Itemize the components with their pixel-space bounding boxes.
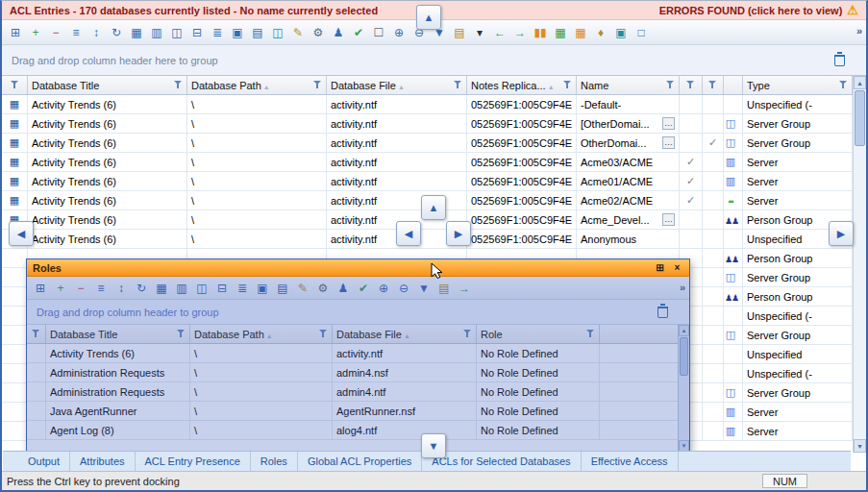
lock-icon[interactable]: ▣ bbox=[611, 23, 631, 42]
add-list-icon[interactable]: ≡ bbox=[91, 279, 111, 298]
refresh-icon[interactable]: ↻ bbox=[132, 279, 151, 298]
column-header-database-path[interactable]: Database Path bbox=[190, 325, 333, 343]
maximize-icon[interactable]: ⊞ bbox=[654, 261, 666, 274]
monitor-icon[interactable]: □ bbox=[632, 23, 651, 42]
filter-icon[interactable] bbox=[454, 81, 462, 89]
table-row[interactable]: Java AgentRunner \ AgentRunner.nsf No Ro… bbox=[27, 402, 689, 421]
check-all-icon[interactable]: ✔ bbox=[354, 279, 373, 298]
close-icon[interactable]: × bbox=[671, 261, 683, 274]
table-row[interactable]: ▦ Activity Trends (6) \ activity.ntf 052… bbox=[2, 153, 853, 172]
scroll-up-button[interactable]: ▲ bbox=[679, 325, 689, 336]
column-header-check2[interactable] bbox=[703, 76, 724, 94]
copy-icon[interactable]: ▣ bbox=[228, 23, 247, 42]
filter-icon[interactable] bbox=[463, 330, 472, 338]
filter-icon[interactable] bbox=[319, 330, 328, 338]
column-header-database-path[interactable]: Database Path bbox=[187, 76, 327, 94]
grid-green-icon[interactable]: ▦ bbox=[551, 23, 570, 42]
bottom-tab[interactable]: Attributes bbox=[70, 452, 135, 471]
renumber-icon[interactable]: ↕ bbox=[87, 23, 106, 42]
clipboard-icon[interactable]: ▤ bbox=[450, 23, 469, 42]
bottom-tab[interactable]: Roles bbox=[251, 452, 298, 471]
duplicate-icon[interactable]: ▤ bbox=[248, 23, 267, 42]
table-row[interactable]: ▦ Activity Trends (6) \ activity.ntf 052… bbox=[2, 134, 853, 153]
column-header-row-selector[interactable] bbox=[2, 76, 28, 94]
filter-icon[interactable] bbox=[32, 330, 40, 338]
trash-icon[interactable] bbox=[657, 307, 668, 318]
dock-guide-bottom[interactable]: ▼ bbox=[421, 433, 446, 458]
filter-icon[interactable] bbox=[563, 81, 572, 89]
scrollbar-track[interactable] bbox=[854, 89, 866, 439]
remove-entry-icon[interactable]: − bbox=[71, 279, 90, 298]
export-icon[interactable]: → bbox=[510, 23, 530, 42]
settings-gear-icon[interactable]: ⚙ bbox=[313, 279, 333, 298]
freeze-pane-icon[interactable]: ⊟ bbox=[187, 23, 207, 42]
column-header-type[interactable]: Type bbox=[743, 76, 853, 94]
grid-paste-icon[interactable]: ⊞ bbox=[31, 279, 50, 298]
scroll-up-button[interactable]: ▲ bbox=[854, 76, 866, 89]
scroll-down-button[interactable]: ▼ bbox=[854, 439, 866, 453]
zoom-in-icon[interactable]: ⊕ bbox=[374, 279, 393, 298]
scrollbar-track[interactable] bbox=[679, 336, 689, 440]
column-header-role[interactable]: Role bbox=[477, 325, 600, 343]
filter-icon[interactable] bbox=[686, 81, 695, 89]
dock-guide-center-left[interactable]: ◀ bbox=[396, 221, 421, 246]
roles-panel[interactable]: Roles ⊞ × » ⊞ + − ≡ ↕ ↻ bbox=[26, 258, 690, 453]
column-header-type-icon[interactable] bbox=[724, 76, 743, 94]
filter-icon[interactable] bbox=[11, 81, 19, 89]
table-row[interactable]: ▦ Activity Trends (6) \ activity.ntf 052… bbox=[2, 230, 853, 249]
renumber-icon[interactable]: ↕ bbox=[112, 279, 131, 298]
filter-icon[interactable] bbox=[586, 330, 595, 338]
column-header-notes-replica[interactable]: Notes Replica... bbox=[467, 76, 577, 94]
vertical-scrollbar[interactable]: ▲ ▼ bbox=[678, 325, 689, 452]
vertical-scrollbar[interactable]: ▲ ▼ bbox=[853, 76, 866, 453]
scrollbar-thumb[interactable] bbox=[680, 337, 688, 376]
column-header-check1[interactable] bbox=[680, 76, 703, 94]
chart-columns-icon[interactable]: ▮▮ bbox=[531, 23, 550, 42]
split-view-icon[interactable]: ◫ bbox=[167, 23, 186, 42]
column-header-name[interactable]: Name bbox=[577, 76, 680, 94]
add-entry-icon[interactable]: + bbox=[26, 23, 45, 42]
list-view-icon[interactable]: ≣ bbox=[208, 23, 227, 42]
roles-group-by-bar[interactable]: Drag and drop column header to group bbox=[27, 300, 689, 325]
dock-guide-center-up[interactable]: ▲ bbox=[421, 195, 446, 220]
table-row[interactable]: Administration Requests \ admin4.nsf No … bbox=[27, 363, 689, 382]
add-list-icon[interactable]: ≡ bbox=[66, 23, 86, 42]
columns-icon[interactable]: ▥ bbox=[172, 279, 191, 298]
zoom-in-icon[interactable]: ⊕ bbox=[389, 23, 409, 42]
add-entry-icon[interactable]: + bbox=[51, 279, 70, 298]
table-row[interactable]: ▦ Activity Trends (6) \ activity.ntf 052… bbox=[2, 114, 853, 134]
filter-icon[interactable] bbox=[174, 81, 183, 89]
filter-icon[interactable] bbox=[177, 330, 186, 338]
users-icon[interactable]: ♟ bbox=[334, 279, 353, 298]
table-row[interactable]: ▦ Activity Trends (6) \ activity.ntf 052… bbox=[2, 172, 853, 191]
freeze-pane-icon[interactable]: ⊟ bbox=[212, 279, 232, 298]
toolbar-overflow-icon[interactable]: » bbox=[680, 282, 685, 293]
filter-icon[interactable] bbox=[839, 81, 848, 89]
dock-guide-left[interactable]: ◀ bbox=[9, 221, 34, 246]
dock-guide-top[interactable]: ▲ bbox=[416, 5, 441, 30]
check-all-icon[interactable]: ✔ bbox=[349, 23, 368, 42]
bottom-tab[interactable]: Global ACL Properties bbox=[298, 452, 422, 471]
edit-pencil-icon[interactable]: ✎ bbox=[293, 279, 312, 298]
bottom-tab[interactable]: ACL Entry Presence bbox=[136, 452, 251, 471]
zoom-out-icon[interactable]: ⊖ bbox=[394, 279, 413, 298]
warning-icon[interactable]: ⚠ bbox=[847, 4, 858, 16]
copy-icon[interactable]: ▣ bbox=[253, 279, 272, 298]
filter-icon[interactable] bbox=[313, 81, 322, 89]
column-header-database-title[interactable]: Database Title bbox=[46, 325, 190, 343]
bottom-tab[interactable]: Output bbox=[18, 452, 70, 471]
table-row[interactable]: Activity Trends (6) \ activity.ntf No Ro… bbox=[27, 344, 689, 363]
filter-icon[interactable]: ▼ bbox=[414, 279, 434, 298]
dock-guide-right[interactable]: ▶ bbox=[829, 221, 854, 246]
edit-pencil-icon[interactable]: ✎ bbox=[288, 23, 308, 42]
column-header-row-selector[interactable] bbox=[27, 325, 46, 343]
expand-name-button[interactable]: … bbox=[662, 136, 675, 149]
refresh-icon[interactable]: ↻ bbox=[107, 23, 126, 42]
table-row[interactable]: ▦ Activity Trends (6) \ activity.ntf 052… bbox=[2, 95, 853, 114]
roles-panel-titlebar[interactable]: Roles ⊞ × bbox=[27, 259, 689, 277]
settings-gear-icon[interactable]: ⚙ bbox=[309, 23, 328, 42]
column-header-database-file[interactable]: Database File bbox=[333, 325, 477, 343]
users-icon[interactable]: ♟ bbox=[329, 23, 348, 42]
clipboard-icon[interactable]: ▤ bbox=[434, 279, 454, 298]
toolbar-overflow-icon[interactable]: » bbox=[856, 25, 862, 37]
